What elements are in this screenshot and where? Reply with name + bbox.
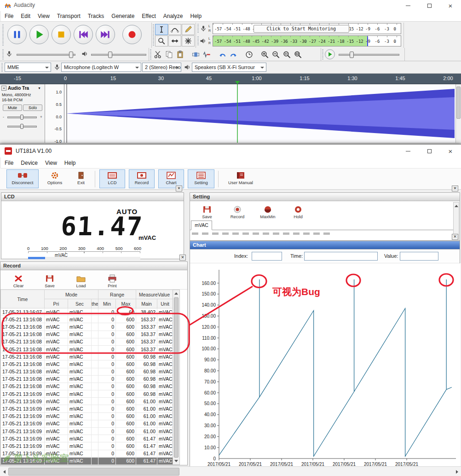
- selection-tool[interactable]: [155, 24, 168, 35]
- click-to-start-monitoring-button[interactable]: Click to Start Monitoring: [254, 25, 349, 33]
- record-table-row[interactable]: 17-05-21 13:16:08mVACmVAC060060.98mVAC: [1, 368, 173, 375]
- toolbar-disconnect-button[interactable]: Disconnect: [6, 169, 39, 188]
- ut181a-menu-device[interactable]: Device: [17, 157, 41, 168]
- setting-panel-close-icon[interactable]: ✕: [452, 186, 458, 192]
- toolbar-grip[interactable]: [2, 49, 4, 59]
- track-close-button[interactable]: ×: [1, 86, 6, 91]
- col-header-mode[interactable]: Mode: [45, 290, 98, 299]
- col-subheader-the[interactable]: the: [92, 299, 98, 308]
- col-subheader-min[interactable]: Min: [98, 299, 116, 308]
- record-panel-close-icon[interactable]: ✕: [179, 255, 186, 261]
- setting-save-button[interactable]: Save: [194, 204, 220, 219]
- recording-volume-slider-thumb[interactable]: [69, 52, 73, 58]
- record-table-row[interactable]: 17-05-21 13:16:08mVACmVAC060060.98mVAC: [1, 375, 173, 383]
- waveform-display[interactable]: [64, 84, 455, 143]
- col-subheader-max[interactable]: Max: [116, 299, 136, 308]
- audacity-maximize-button[interactable]: [419, 0, 440, 11]
- record-table-row[interactable]: 17-05-21 13:16:09mVACmVAC060061.00mVAC: [1, 398, 173, 405]
- record-table-row[interactable]: 17-05-21 13:16:08mVACmVAC060060.98mVAC: [1, 360, 173, 368]
- track-menu-arrow-icon[interactable]: ▼: [38, 87, 41, 90]
- toolbar-options-button[interactable]: Options: [42, 169, 67, 188]
- record-table-row[interactable]: 17-05-21 13:16:09mVACmVAC060061.47mVAC: [1, 442, 173, 450]
- silence-audio-button[interactable]: [202, 49, 212, 60]
- record-save-button[interactable]: Save: [36, 273, 63, 288]
- scroll-up-icon[interactable]: [455, 205, 458, 207]
- ut181a-menu-file[interactable]: File: [1, 157, 17, 168]
- chart-panel-header[interactable]: Chart: [190, 241, 460, 250]
- chart-index-input[interactable]: [252, 252, 282, 261]
- toolbar-grip[interactable]: [322, 49, 323, 59]
- playhead-marker[interactable]: [235, 81, 240, 84]
- col-subheader-unit[interactable]: Unit: [157, 299, 173, 308]
- toolbar-lcd-button[interactable]: LCD: [99, 169, 125, 188]
- recording-channels-select[interactable]: 2 (Stereo) Reco: [142, 63, 181, 72]
- recording-device-select[interactable]: Microphone (Logitech W: [61, 63, 141, 72]
- record-table-row[interactable]: 17-05-21 13:16:09mVACmVAC060061.00mVAC: [1, 428, 173, 435]
- zoom-out-button[interactable]: [271, 49, 281, 60]
- zoom-fit-button[interactable]: [293, 49, 303, 60]
- toolbar-grip[interactable]: [2, 24, 4, 46]
- audacity-menu-view[interactable]: View: [34, 11, 53, 21]
- ut181a-menu-help[interactable]: Help: [61, 157, 80, 168]
- record-print-button[interactable]: Print: [99, 273, 126, 288]
- toolbar-grip[interactable]: [153, 24, 154, 46]
- record-table-row[interactable]: 17-05-21 13:16:08mVACmVAC060060.98mVAC: [1, 353, 173, 360]
- playback-device-select[interactable]: Speakers (SB X-Fi Surrour: [192, 63, 266, 72]
- record-table-row[interactable]: 17-05-21 13:16:07mVACmVAC06038.402mVAC: [1, 308, 173, 316]
- horizontal-scrollbar[interactable]: [0, 466, 461, 476]
- chart-value-input[interactable]: [400, 252, 438, 261]
- toolbar-grip[interactable]: [197, 24, 199, 34]
- pause-button[interactable]: [7, 25, 27, 44]
- record-table-row[interactable]: 17-05-21 13:16:08mVACmVAC0600163.37mVAC: [1, 316, 173, 323]
- zoom-in-button[interactable]: [259, 49, 270, 60]
- record-table-row[interactable]: 17-05-21 13:16:08mVACmVAC0600163.37mVAC: [1, 331, 173, 338]
- undo-button[interactable]: [217, 49, 228, 60]
- audacity-menu-transport[interactable]: Transport: [53, 11, 84, 21]
- timeshift-tool[interactable]: [168, 35, 181, 46]
- audacity-menu-analyze[interactable]: Analyze: [160, 11, 187, 21]
- timeline-ruler[interactable]: -1501530451:001:151:301:452:00: [0, 74, 461, 84]
- copy-button[interactable]: [164, 49, 174, 60]
- record-table-row[interactable]: 17-05-21 13:16:08mVACmVAC0600163.37mVAC: [1, 338, 173, 345]
- record-table-row[interactable]: 17-05-21 13:16:09mVACmVAC060061.47mVAC: [1, 435, 173, 442]
- toolbar-record-button[interactable]: Record: [129, 169, 155, 188]
- play-button[interactable]: [29, 25, 49, 44]
- recording-volume-slider[interactable]: [17, 54, 75, 56]
- stop-button[interactable]: [52, 25, 71, 44]
- zoom-tool[interactable]: [155, 35, 168, 46]
- sync-lock-button[interactable]: [244, 49, 254, 60]
- audacity-menu-effect[interactable]: Effect: [138, 11, 159, 21]
- record-table-row[interactable]: 17-05-21 13:16:09mVACmVAC060060.98mVAC: [1, 390, 173, 398]
- record-table-scrollbar[interactable]: [173, 290, 180, 465]
- col-subheader-main[interactable]: Main: [136, 299, 157, 308]
- record-table-row[interactable]: 17-05-21 13:16:09mVACmVAC060061.00mVAC: [1, 412, 173, 420]
- record-table-row[interactable]: 17-05-21 13:16:09mVACmVAC060061.00mVAC: [1, 420, 173, 427]
- col-header-range[interactable]: Range: [98, 290, 136, 299]
- col-subheader-pri[interactable]: Pri: [45, 299, 68, 308]
- paste-button[interactable]: [175, 49, 185, 60]
- col-subheader-sec[interactable]: Sec: [68, 299, 92, 308]
- toolbar-exit-button[interactable]: Exit: [71, 169, 91, 188]
- playback-volume-slider[interactable]: [91, 54, 146, 56]
- record-button[interactable]: [122, 25, 142, 44]
- scrollbar-thumb[interactable]: [8, 468, 179, 476]
- pan-slider[interactable]: [3, 124, 42, 129]
- draw-tool[interactable]: [182, 24, 195, 35]
- audacity-titlebar[interactable]: Audacity ×: [0, 0, 461, 11]
- measurement-chart[interactable]: 10.0020.0030.0040.0050.0060.0070.0080.00…: [190, 263, 461, 476]
- toolbar-grip[interactable]: [150, 49, 151, 59]
- track-name[interactable]: Audio Tra: [8, 86, 29, 91]
- audio-host-select[interactable]: MME: [5, 63, 51, 72]
- record-panel-header[interactable]: Record: [0, 262, 187, 270]
- play-at-speed-button[interactable]: [325, 49, 335, 59]
- toolbar-user-manual-button[interactable]: User Manual: [223, 169, 259, 188]
- col-header-time[interactable]: Time: [1, 290, 45, 308]
- record-table-row[interactable]: 17-05-21 13:16:08mVACmVAC0600163.37mVAC: [1, 345, 173, 353]
- ut181a-close-button[interactable]: ×: [440, 145, 461, 157]
- redo-button[interactable]: [228, 49, 239, 60]
- setting-hold-button[interactable]: Hold: [285, 204, 311, 219]
- ut181a-maximize-button[interactable]: [419, 145, 440, 157]
- setting-maxmin-button[interactable]: MaxMin: [254, 204, 281, 219]
- record-clear-button[interactable]: Clear: [5, 273, 32, 288]
- setting-record-button[interactable]: Record: [224, 204, 251, 219]
